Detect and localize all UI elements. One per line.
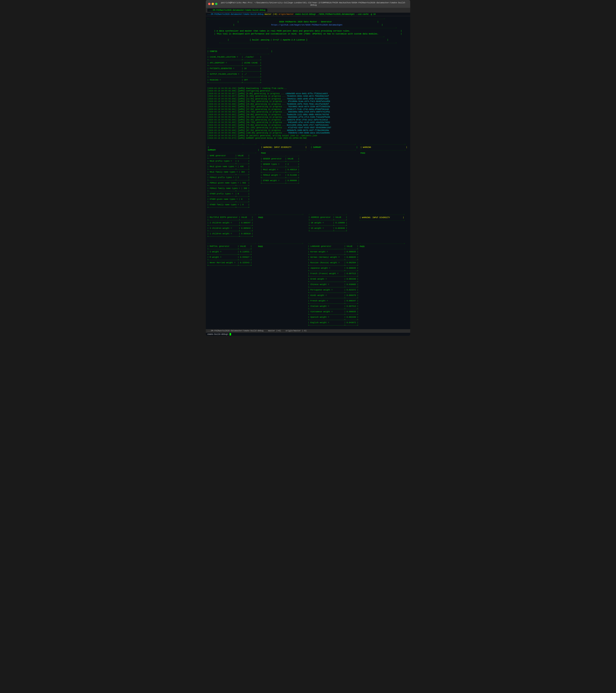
log-line-20: [2020-03-10 04:55:50.073] [info] SUMMARY… <box>207 137 409 140</box>
pass-label-3: PASS <box>258 216 307 219</box>
martial-block: +-----------------------------+---------… <box>207 242 256 327</box>
gender-block: +-------------------------------------+ … <box>261 143 309 209</box>
close-button[interactable] <box>208 3 210 5</box>
pass-block-2: +-------------------------------------+ … <box>258 213 307 238</box>
log-line-9: [2020-03-10 04:55:50.061] [info] [37.5%]… <box>207 108 409 111</box>
summary-row-3: +-----------------------------+---------… <box>207 242 409 327</box>
config-content: | CACHE_FOLDER_LOCATION = | ./cache/ | +… <box>207 56 261 84</box>
top-border: +---------------------------------------… <box>207 18 409 20</box>
prompt-path: ...5M-FHIRworks2020-datamasker/cmake-bui… <box>207 13 264 15</box>
banner-desc1: | A data synthesizer and masker that tak… <box>207 29 409 33</box>
log-line-12: [2020-03-10 04:55:50.064] [info] [56.25%… <box>207 116 409 119</box>
config-header-label: | CONFIG | <box>207 50 409 53</box>
bottom-tab-2[interactable]: master (+0) <box>268 330 281 332</box>
banner-desc2: | This tool is developed with performanc… <box>207 33 409 36</box>
bottom-tab-3[interactable]: origin/master (-0) <box>286 330 307 332</box>
log-line-10: [2020-03-10 04:55:50.062] [info] [43.75%… <box>207 111 409 114</box>
banner-title: | GOSH FHIRworks 2020 Data Masker - Gene… <box>207 20 409 23</box>
pass-label-1: PASS <box>261 152 309 155</box>
tab-1[interactable]: ...5M-FHIRworks2020-datamasker/cmake-bui… <box>207 8 267 12</box>
banner: | GOSH FHIRworks 2020 Data Masker - Gene… <box>207 20 409 44</box>
terminal-window: patrick@Patricks-Mac-Pro: ~/Documents/Un… <box>206 0 410 336</box>
log-line-11: [2020-03-10 04:55:50.063] [info] [50.0%]… <box>207 114 409 116</box>
language-table: | LANGUAGE generator | VALUE | +--------… <box>308 245 358 327</box>
pass-block-3: +-------------------------------------+ … <box>258 242 307 327</box>
log-line-7: [2020-03-10 04:55:50.060] [info] [25.0%]… <box>207 103 409 106</box>
pass-label-2: PASS <box>360 152 409 155</box>
log-line-2: [2020-03-10 04:55:50.008] [info] configu… <box>207 90 409 93</box>
cursor <box>230 333 231 335</box>
log-section: [2020-03-10 04:55:48.258] [info] downloa… <box>207 87 409 140</box>
bottom-tab-bar: ...5M-FHIRworks2020-datamasker/cmake-bui… <box>206 329 410 333</box>
log-line-4: [2020-03-10 04:55:50.057] [info] [6.25%]… <box>207 95 409 98</box>
git-remote: origin/master <box>278 13 294 15</box>
log-line-8: [2020-03-10 04:55:50.060] [info] [31.25%… <box>207 105 409 108</box>
banner-link: | https://github.com/magetron/GOSH-FHIRw… <box>207 23 409 27</box>
bottom-prompt-bar: cmake-build-debug> <box>206 333 410 336</box>
language-block: +------------------------------+--------… <box>308 242 358 327</box>
git-branch: master (+0) <box>265 13 277 15</box>
address-table: | ADDRESS generator | VALUE | +---------… <box>309 216 358 233</box>
banner-badges: | [ build: passing | C++17 | Apache-2.0 … <box>207 39 409 42</box>
prompt-bar: ...5M-FHIRworks2020-datamasker/cmake-bui… <box>206 13 410 16</box>
name-gen-table: | NAME generator | VALUE | +------------… <box>207 155 259 209</box>
warning-input-label: | WARNING: INPUT DIVERSITY | <box>359 216 409 219</box>
pass-label-5: PASS <box>360 245 409 248</box>
gender-gen-table: | GENDER generator | VALUE | +----------… <box>261 158 309 185</box>
config-border-top: +---------------------------------------… <box>207 47 409 50</box>
pass-block-4: +-------------------------------------+ … <box>360 242 409 327</box>
summary-label-1: | SUMMARY | <box>207 146 259 152</box>
warning-label-1: | WARNING: INPUT DIVERSITY | <box>261 146 309 149</box>
terminal-content: +---------------------------------------… <box>206 16 410 329</box>
summary-row-1: +-----------------------------+---------… <box>207 143 409 209</box>
config-border-mid: +---------------------------+-----------… <box>207 53 409 56</box>
banner-div1: +---------------------------------------… <box>207 27 409 29</box>
log-line-3: [2020-03-10 04:55:50.057] [info] [0.0%] … <box>207 93 409 95</box>
log-line-14: [2020-03-10 04:55:50.065] [info] [68.75%… <box>207 121 409 124</box>
multibirth-block: +-----------------------------+---------… <box>207 213 257 238</box>
log-line-1: [2020-03-10 04:55:48.258] [info] downloa… <box>207 87 409 90</box>
pass-label-4: PASS <box>258 245 307 248</box>
banner-div2: +-------------------------------------+-… <box>207 36 409 39</box>
warning-input-div-block: +-------------------------------------+ … <box>359 213 409 238</box>
summary-label-2: | SUMMARY | <box>310 146 359 149</box>
summary-row-2: +-----------------------------+---------… <box>207 213 409 238</box>
log-line-16: [2020-03-10 04:55:50.067] [info] [81.25%… <box>207 126 409 129</box>
log-line-15: [2020-03-10 04:55:50.066] [info] [75.0%]… <box>207 124 409 127</box>
multibirth-table: | MULTIPLE BIRTH generator | VALUE | +--… <box>207 216 257 238</box>
summary-col3: +-------------------------------------+ … <box>310 143 359 209</box>
maximize-button[interactable] <box>215 3 217 5</box>
config-table: | CACHE_FOLDER_LOCATION = | ./cache/ | +… <box>207 56 409 84</box>
bottom-prompt-text: cmake-build-debug> <box>207 333 228 335</box>
tab-bar: ...5M-FHIRworks2020-datamasker/cmake-bui… <box>206 8 410 13</box>
log-line-13: [2020-03-10 04:55:50.065] [info] [62.5%]… <box>207 119 409 121</box>
address-block: +--------------------+----------+ | ADDR… <box>309 213 358 238</box>
log-line-6: [2020-03-10 04:55:50.059] [info] [18.75%… <box>207 100 409 103</box>
window-title: patrick@Patricks-Mac-Pro: ~/Documents/Un… <box>219 2 408 6</box>
log-line-17: [2020-03-10 04:55:50.068] [info] [87.5%]… <box>207 129 409 132</box>
minimize-button[interactable] <box>212 3 214 5</box>
martial-table: | MARTIAL generator | VALUE | +---------… <box>207 245 256 267</box>
banner-bottom: +---------------------------------------… <box>207 42 409 44</box>
log-line-5: [2020-03-10 04:55:50.058] [info] [12.5%]… <box>207 98 409 100</box>
log-line-18: [2020-03-10 04:55:50.068] [info] [100.0%… <box>207 132 409 135</box>
traffic-lights <box>208 3 217 5</box>
warning-label-2: | WARNING | <box>360 146 409 149</box>
log-line-19: [2020-03-10 04:55:50.073] [info] 16 pati… <box>207 135 409 137</box>
bottom-tab-1[interactable]: ...5M-FHIRworks2020-datamasker/cmake-bui… <box>207 330 264 332</box>
title-bar: patrick@Patricks-Mac-Pro: ~/Documents/Un… <box>206 0 410 8</box>
warning-col4: +-------------------------------------+ … <box>360 143 409 209</box>
name-gen-block: +-----------------------------+---------… <box>207 143 259 209</box>
